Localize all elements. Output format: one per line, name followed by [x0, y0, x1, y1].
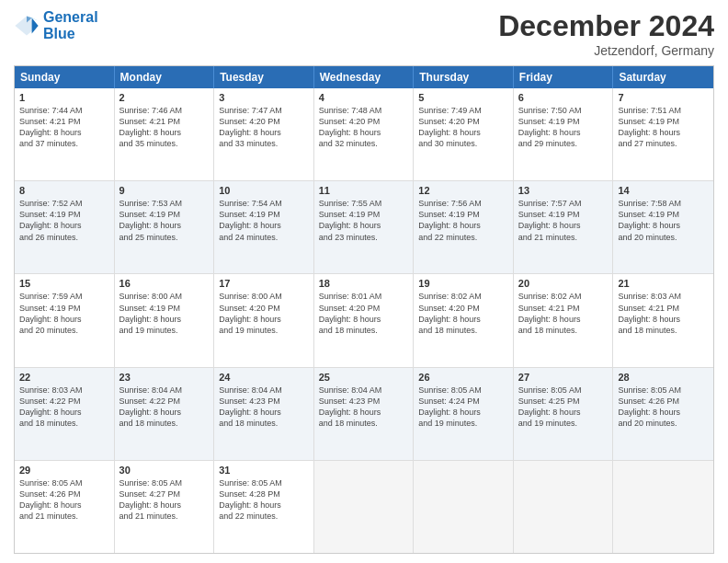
- calendar-cell: 25Sunrise: 8:04 AMSunset: 4:23 PMDayligh…: [314, 368, 415, 460]
- cell-info: Sunrise: 7:48 AMSunset: 4:20 PMDaylight:…: [319, 105, 409, 150]
- cell-info: Sunrise: 8:03 AMSunset: 4:22 PMDaylight:…: [19, 385, 109, 430]
- day-number: 9: [119, 185, 210, 196]
- day-number: 8: [19, 185, 109, 196]
- calendar-week-4: 22Sunrise: 8:03 AMSunset: 4:22 PMDayligh…: [15, 368, 713, 461]
- calendar-cell: 13Sunrise: 7:57 AMSunset: 4:19 PMDayligh…: [514, 181, 614, 273]
- calendar-cell: [314, 461, 415, 553]
- cell-info: Sunrise: 8:04 AMSunset: 4:23 PMDaylight:…: [219, 385, 309, 430]
- header: General Blue December 2024 Jetzendorf, G…: [14, 9, 714, 58]
- calendar-cell: 22Sunrise: 8:03 AMSunset: 4:22 PMDayligh…: [15, 368, 115, 460]
- cell-info: Sunrise: 8:04 AMSunset: 4:22 PMDaylight:…: [119, 385, 210, 430]
- day-number: 1: [19, 92, 109, 103]
- cell-info: Sunrise: 8:05 AMSunset: 4:27 PMDaylight:…: [119, 477, 210, 523]
- cell-info: Sunrise: 8:00 AMSunset: 4:19 PMDaylight:…: [119, 291, 210, 336]
- calendar-cell: 1Sunrise: 7:44 AMSunset: 4:21 PMDaylight…: [15, 88, 115, 180]
- calendar-cell: [613, 461, 713, 553]
- day-number: 12: [418, 185, 508, 196]
- calendar-week-5: 29Sunrise: 8:05 AMSunset: 4:26 PMDayligh…: [15, 461, 713, 553]
- calendar-week-3: 15Sunrise: 7:59 AMSunset: 4:19 PMDayligh…: [15, 274, 713, 367]
- cell-info: Sunrise: 8:04 AMSunset: 4:23 PMDaylight:…: [319, 385, 409, 430]
- calendar-cell: 16Sunrise: 8:00 AMSunset: 4:19 PMDayligh…: [115, 274, 215, 366]
- svg-marker-1: [32, 17, 39, 33]
- cell-info: Sunrise: 7:58 AMSunset: 4:19 PMDaylight:…: [618, 198, 709, 243]
- cell-info: Sunrise: 7:56 AMSunset: 4:19 PMDaylight:…: [418, 198, 508, 243]
- day-number: 30: [119, 465, 210, 476]
- cell-info: Sunrise: 8:05 AMSunset: 4:26 PMDaylight:…: [19, 477, 109, 523]
- cell-info: Sunrise: 8:05 AMSunset: 4:24 PMDaylight:…: [418, 385, 508, 430]
- day-number: 6: [518, 92, 609, 103]
- calendar-cell: 14Sunrise: 7:58 AMSunset: 4:19 PMDayligh…: [613, 181, 713, 273]
- day-number: 21: [618, 278, 709, 289]
- cell-info: Sunrise: 7:57 AMSunset: 4:19 PMDaylight:…: [518, 198, 609, 243]
- cell-info: Sunrise: 7:51 AMSunset: 4:19 PMDaylight:…: [618, 105, 709, 150]
- calendar-cell: 12Sunrise: 7:56 AMSunset: 4:19 PMDayligh…: [414, 181, 514, 273]
- calendar-cell: 30Sunrise: 8:05 AMSunset: 4:27 PMDayligh…: [115, 461, 215, 553]
- cell-info: Sunrise: 7:50 AMSunset: 4:19 PMDaylight:…: [518, 105, 609, 150]
- cell-info: Sunrise: 7:53 AMSunset: 4:19 PMDaylight:…: [119, 198, 210, 243]
- cell-info: Sunrise: 7:47 AMSunset: 4:20 PMDaylight:…: [219, 105, 309, 150]
- day-number: 25: [319, 372, 409, 383]
- day-number: 20: [518, 278, 609, 289]
- page: General Blue December 2024 Jetzendorf, G…: [0, 0, 728, 563]
- header-day-tuesday: Tuesday: [214, 66, 314, 88]
- cell-info: Sunrise: 7:44 AMSunset: 4:21 PMDaylight:…: [19, 105, 109, 150]
- cell-info: Sunrise: 7:52 AMSunset: 4:19 PMDaylight:…: [19, 198, 109, 243]
- cell-info: Sunrise: 7:46 AMSunset: 4:21 PMDaylight:…: [119, 105, 210, 150]
- calendar-cell: 24Sunrise: 8:04 AMSunset: 4:23 PMDayligh…: [214, 368, 314, 460]
- day-number: 23: [119, 372, 210, 383]
- day-number: 14: [618, 185, 709, 196]
- calendar-cell: 26Sunrise: 8:05 AMSunset: 4:24 PMDayligh…: [414, 368, 514, 460]
- calendar-cell: 27Sunrise: 8:05 AMSunset: 4:25 PMDayligh…: [514, 368, 614, 460]
- calendar: SundayMondayTuesdayWednesdayThursdayFrid…: [14, 65, 714, 554]
- day-number: 3: [219, 92, 309, 103]
- day-number: 18: [319, 278, 409, 289]
- cell-info: Sunrise: 8:03 AMSunset: 4:21 PMDaylight:…: [618, 291, 709, 336]
- cell-info: Sunrise: 8:02 AMSunset: 4:21 PMDaylight:…: [518, 291, 609, 336]
- calendar-cell: [414, 461, 514, 553]
- day-number: 10: [219, 185, 309, 196]
- calendar-body: 1Sunrise: 7:44 AMSunset: 4:21 PMDaylight…: [15, 88, 713, 553]
- calendar-cell: [514, 461, 614, 553]
- day-number: 16: [119, 278, 210, 289]
- day-number: 4: [319, 92, 409, 103]
- calendar-cell: 5Sunrise: 7:49 AMSunset: 4:20 PMDaylight…: [414, 88, 514, 180]
- cell-info: Sunrise: 7:55 AMSunset: 4:19 PMDaylight:…: [319, 198, 409, 243]
- day-number: 2: [119, 92, 210, 103]
- calendar-cell: 19Sunrise: 8:02 AMSunset: 4:20 PMDayligh…: [414, 274, 514, 366]
- logo-icon: [14, 13, 40, 39]
- day-number: 15: [19, 278, 109, 289]
- calendar-cell: 3Sunrise: 7:47 AMSunset: 4:20 PMDaylight…: [214, 88, 314, 180]
- calendar-cell: 15Sunrise: 7:59 AMSunset: 4:19 PMDayligh…: [15, 274, 115, 366]
- day-number: 24: [219, 372, 309, 383]
- day-number: 11: [319, 185, 409, 196]
- cell-info: Sunrise: 8:00 AMSunset: 4:20 PMDaylight:…: [219, 291, 309, 336]
- calendar-cell: 17Sunrise: 8:00 AMSunset: 4:20 PMDayligh…: [214, 274, 314, 366]
- cell-info: Sunrise: 7:54 AMSunset: 4:19 PMDaylight:…: [219, 198, 309, 243]
- calendar-header: SundayMondayTuesdayWednesdayThursdayFrid…: [15, 66, 713, 88]
- calendar-cell: 10Sunrise: 7:54 AMSunset: 4:19 PMDayligh…: [214, 181, 314, 273]
- day-number: 13: [518, 185, 609, 196]
- cell-info: Sunrise: 7:49 AMSunset: 4:20 PMDaylight:…: [418, 105, 508, 150]
- calendar-cell: 2Sunrise: 7:46 AMSunset: 4:21 PMDaylight…: [115, 88, 215, 180]
- calendar-cell: 18Sunrise: 8:01 AMSunset: 4:20 PMDayligh…: [314, 274, 415, 366]
- calendar-cell: 23Sunrise: 8:04 AMSunset: 4:22 PMDayligh…: [115, 368, 215, 460]
- calendar-cell: 8Sunrise: 7:52 AMSunset: 4:19 PMDaylight…: [15, 181, 115, 273]
- cell-info: Sunrise: 8:05 AMSunset: 4:28 PMDaylight:…: [219, 477, 309, 523]
- logo-text: General Blue: [43, 9, 98, 41]
- cell-info: Sunrise: 8:05 AMSunset: 4:26 PMDaylight:…: [618, 385, 709, 430]
- header-day-monday: Monday: [115, 66, 215, 88]
- header-day-saturday: Saturday: [613, 66, 713, 88]
- header-day-thursday: Thursday: [414, 66, 514, 88]
- calendar-cell: 20Sunrise: 8:02 AMSunset: 4:21 PMDayligh…: [514, 274, 614, 366]
- cell-info: Sunrise: 8:02 AMSunset: 4:20 PMDaylight:…: [418, 291, 508, 336]
- header-day-wednesday: Wednesday: [314, 66, 415, 88]
- calendar-cell: 4Sunrise: 7:48 AMSunset: 4:20 PMDaylight…: [314, 88, 415, 180]
- day-number: 27: [518, 372, 609, 383]
- calendar-week-1: 1Sunrise: 7:44 AMSunset: 4:21 PMDaylight…: [15, 88, 713, 181]
- calendar-cell: 7Sunrise: 7:51 AMSunset: 4:19 PMDaylight…: [613, 88, 713, 180]
- day-number: 5: [418, 92, 508, 103]
- day-number: 7: [618, 92, 709, 103]
- day-number: 22: [19, 372, 109, 383]
- day-number: 28: [618, 372, 709, 383]
- month-title: December 2024: [498, 9, 714, 43]
